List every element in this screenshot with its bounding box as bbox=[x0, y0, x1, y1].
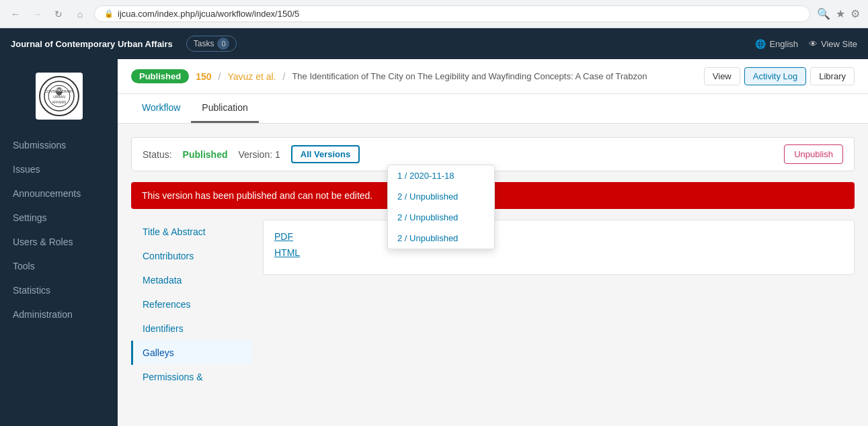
logo: CONTEMPORARY URBAN AFFAIRS bbox=[36, 73, 83, 120]
tasks-label: Tasks bbox=[194, 39, 214, 48]
address-bar[interactable]: 🔒 ijcua.com/index.php/ijcua/workflow/ind… bbox=[94, 5, 810, 22]
sidebar: CONTEMPORARY URBAN AFFAIRS Submissions bbox=[0, 59, 118, 426]
url-text: ijcua.com/index.php/ijcua/workflow/index… bbox=[118, 9, 299, 19]
zoom-icon[interactable]: 🔍 bbox=[817, 7, 830, 20]
galley-pdf-link[interactable]: PDF bbox=[274, 231, 843, 242]
nav-identifiers[interactable]: Identifiers bbox=[131, 316, 252, 341]
nav-permissions[interactable]: Permissions & bbox=[131, 365, 252, 389]
version-item-2[interactable]: 2 / Unpublished bbox=[388, 186, 494, 207]
language-button[interactable]: 🌐 English bbox=[755, 39, 798, 49]
breadcrumb-title: The Identification of The City on The Le… bbox=[292, 71, 697, 81]
svg-text:AFFAIRS: AFFAIRS bbox=[52, 100, 67, 104]
breadcrumb-bar: Published 150 / Yavuz et al. / The Ident… bbox=[118, 59, 868, 94]
activity-log-button[interactable]: Activity Log bbox=[744, 67, 806, 85]
sidebar-item-submissions[interactable]: Submissions bbox=[0, 133, 118, 157]
tab-publication[interactable]: Publication bbox=[191, 94, 259, 123]
nav-contributors[interactable]: Contributors bbox=[131, 244, 252, 268]
bookmark-icon[interactable]: ★ bbox=[836, 7, 845, 20]
content-area: Status: Published Version: 1 All Version… bbox=[118, 124, 868, 402]
versions-dropdown: 1 / 2020-11-18 2 / Unpublished 2 / Unpub… bbox=[387, 165, 495, 249]
tasks-count: 0 bbox=[217, 38, 229, 50]
tabs: Workflow Publication bbox=[118, 94, 868, 124]
lang-label: English bbox=[769, 39, 798, 49]
breadcrumb-sep-1: / bbox=[218, 71, 221, 82]
alert-message: This version has been published and can … bbox=[142, 190, 372, 201]
back-button[interactable]: ← bbox=[8, 7, 23, 22]
version-item-4[interactable]: 2 / Unpublished bbox=[388, 228, 494, 249]
view-site-button[interactable]: 👁 View Site bbox=[809, 39, 857, 49]
status-badge: Published bbox=[131, 69, 189, 83]
library-button[interactable]: Library bbox=[810, 67, 855, 85]
status-label: Status: bbox=[143, 149, 172, 160]
sidebar-item-settings[interactable]: Settings bbox=[0, 206, 118, 230]
svg-point-8 bbox=[57, 89, 58, 91]
right-panel: PDF HTML bbox=[263, 220, 855, 389]
galley-html-link[interactable]: HTML bbox=[274, 247, 843, 258]
lock-icon: 🔒 bbox=[104, 9, 114, 18]
nav-metadata[interactable]: Metadata bbox=[131, 268, 252, 292]
sidebar-logo: CONTEMPORARY URBAN AFFAIRS bbox=[0, 66, 118, 133]
tasks-badge[interactable]: Tasks 0 bbox=[186, 36, 237, 52]
globe-icon: 🌐 bbox=[755, 39, 766, 49]
nav-galleys[interactable]: Galleys bbox=[131, 341, 252, 365]
nav-title-abstract[interactable]: Title & Abstract bbox=[131, 220, 252, 244]
breadcrumb-number: 150 bbox=[196, 71, 211, 82]
sidebar-item-administration[interactable]: Administration bbox=[0, 302, 118, 327]
browser-bar: ← → ↻ ⌂ 🔒 ijcua.com/index.php/ijcua/work… bbox=[0, 0, 868, 28]
breadcrumb-sep-2: / bbox=[283, 71, 286, 82]
tab-workflow[interactable]: Workflow bbox=[131, 94, 191, 123]
breadcrumb-author: Yavuz et al. bbox=[227, 71, 276, 82]
svg-point-9 bbox=[60, 89, 61, 91]
browser-actions: 🔍 ★ ⚙ bbox=[817, 7, 860, 20]
nav-references[interactable]: References bbox=[131, 292, 252, 316]
svg-point-5 bbox=[56, 87, 63, 95]
sidebar-item-issues[interactable]: Issues bbox=[0, 157, 118, 181]
sidebar-item-statistics[interactable]: Statistics bbox=[0, 278, 118, 302]
layout: CONTEMPORARY URBAN AFFAIRS Submissions bbox=[0, 59, 868, 426]
version-item-3[interactable]: 2 / Unpublished bbox=[388, 207, 494, 228]
app-title: Journal of Contemporary Urban Affairs bbox=[11, 39, 173, 49]
sidebar-item-announcements[interactable]: Announcements bbox=[0, 181, 118, 206]
version-label: Version: 1 bbox=[239, 149, 280, 160]
logo-inner: CONTEMPORARY URBAN AFFAIRS bbox=[39, 76, 79, 116]
status-value: Published bbox=[183, 149, 228, 160]
status-bar: Status: Published Version: 1 All Version… bbox=[131, 137, 855, 171]
unpublish-button[interactable]: Unpublish bbox=[784, 144, 843, 164]
version-item-1[interactable]: 1 / 2020-11-18 bbox=[388, 165, 494, 186]
sidebar-item-tools[interactable]: Tools bbox=[0, 254, 118, 278]
sidebar-nav: Title & Abstract Contributors Metadata R… bbox=[131, 220, 252, 389]
forward-button[interactable]: → bbox=[30, 7, 44, 22]
main-content: Published 150 / Yavuz et al. / The Ident… bbox=[118, 59, 868, 426]
eye-icon: 👁 bbox=[809, 39, 818, 49]
app-header: Journal of Contemporary Urban Affairs Ta… bbox=[0, 28, 868, 59]
header-right: 🌐 English 👁 View Site bbox=[755, 39, 857, 49]
reload-button[interactable]: ↻ bbox=[51, 7, 66, 22]
home-button[interactable]: ⌂ bbox=[73, 7, 87, 22]
all-versions-button[interactable]: All Versions bbox=[291, 145, 360, 163]
galley-section: PDF HTML bbox=[263, 220, 855, 275]
view-site-label: View Site bbox=[821, 39, 857, 49]
sidebar-item-users-roles[interactable]: Users & Roles bbox=[0, 230, 118, 254]
extensions-icon[interactable]: ⚙ bbox=[851, 7, 860, 20]
view-button[interactable]: View bbox=[704, 67, 740, 85]
breadcrumb-actions: View Activity Log Library bbox=[704, 67, 855, 85]
